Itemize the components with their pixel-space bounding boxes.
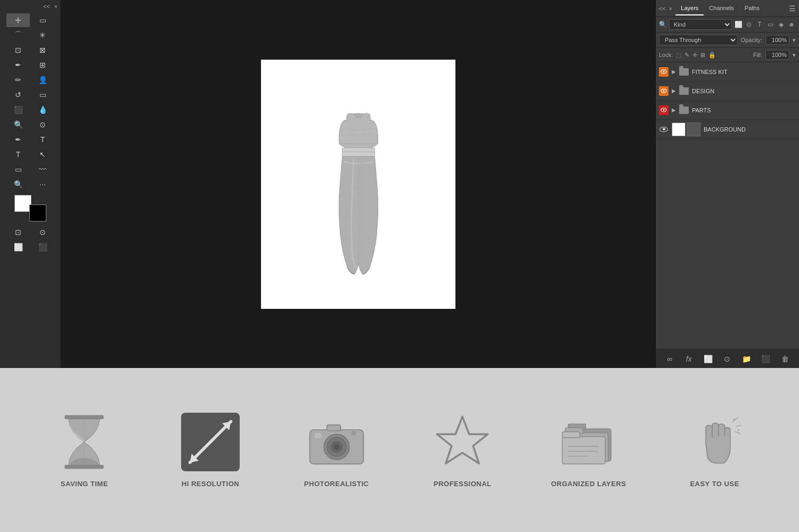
toolbar-header: << × [1, 2, 60, 11]
panel-menu-icon[interactable]: ☰ [789, 4, 796, 13]
fill-input[interactable] [765, 50, 789, 60]
arrows-icon [181, 413, 240, 471]
feature-easy-to-use: EASY TO USE [667, 413, 763, 488]
layer-design[interactable]: ▶ DESIGN [656, 81, 799, 101]
hand-icon [686, 413, 744, 471]
layer-visibility-fitness-kit[interactable] [659, 67, 668, 77]
hi-resolution-box [181, 413, 240, 471]
link-layers-icon[interactable]: ∞ [664, 353, 675, 365]
zoom-tool[interactable]: 🔍 [6, 177, 30, 191]
svg-rect-9 [65, 415, 104, 419]
eye-icon-orange-fitness-kit[interactable] [659, 67, 668, 77]
layer-fitness-kit[interactable]: ▶ FITNESS KIT [656, 62, 799, 81]
lock-all-icon[interactable]: 🔒 [708, 52, 716, 59]
text-tool-2[interactable]: T [6, 148, 30, 161]
pen-tool[interactable]: ✒ [6, 133, 30, 146]
eye-icon-orange-design[interactable] [659, 86, 668, 96]
lock-position-icon[interactable]: ✛ [692, 52, 697, 59]
panel-collapse-btn[interactable]: << [659, 5, 666, 12]
filter-smartobj-icon[interactable]: ◈ [777, 20, 785, 29]
tab-channels[interactable]: Channels [704, 2, 739, 15]
filter-pixel-icon[interactable]: ⬜ [734, 20, 743, 29]
lasso-tool[interactable]: ⌒ [6, 28, 30, 42]
opacity-input[interactable] [765, 35, 789, 45]
svg-point-4 [663, 71, 665, 72]
eye-icon-background[interactable] [659, 127, 668, 132]
fx-icon[interactable]: fx [683, 353, 695, 365]
tool-row-3: ⊡ ⊠ [1, 43, 60, 57]
filter-type-icon[interactable]: T [755, 20, 764, 29]
lock-artboard-icon[interactable]: ⊞ [700, 52, 705, 59]
quick-mask-btn[interactable]: ⊙ [31, 225, 54, 239]
filter-toggle-icon[interactable]: ● [787, 20, 796, 29]
tool-row-9: ✒ T [1, 133, 60, 146]
standard-screen-btn[interactable]: ⬜ [6, 240, 30, 254]
group-icon[interactable]: 📁 [741, 353, 753, 365]
color-swatch[interactable] [14, 195, 46, 222]
brush-tool[interactable]: ✏ [6, 73, 30, 87]
layer-visibility-background[interactable] [659, 125, 668, 134]
ruler-tool[interactable]: ⊞ [31, 58, 54, 72]
filter-shape-icon[interactable]: ▭ [766, 20, 774, 29]
layer-chevron-design[interactable]: ▶ [672, 88, 676, 94]
hand-icon-wrap [686, 413, 744, 471]
fill-chevron[interactable]: ▾ [793, 52, 796, 59]
toolbar-collapse-btn[interactable]: << [43, 3, 50, 10]
toolbar-close-btn[interactable]: × [54, 3, 58, 10]
lock-pixels-icon[interactable]: ✎ [684, 52, 689, 59]
tab-layers[interactable]: Layers [675, 2, 704, 15]
layer-parts[interactable]: ▶ PARTS [656, 101, 799, 120]
blend-mode-select[interactable]: Pass Through [659, 35, 738, 45]
layer-folder-parts [679, 107, 689, 114]
rectangle-tool[interactable]: ▭ [6, 162, 30, 176]
filter-kind-select[interactable]: Kind [669, 19, 732, 30]
screen-mode-btn[interactable]: ⊡ [6, 225, 30, 239]
path-select-tool[interactable]: ↖ [31, 148, 54, 161]
blur-tool[interactable]: ⊙ [31, 118, 54, 132]
layer-chevron-parts[interactable]: ▶ [672, 107, 676, 113]
tab-paths[interactable]: Paths [739, 2, 765, 15]
layer-visibility-design[interactable] [659, 86, 668, 96]
stamp-tool[interactable]: 👤 [31, 73, 54, 87]
full-screen-btn[interactable]: ⬛ [31, 240, 54, 254]
panel-header: << × Layers Channels Paths ☰ [656, 0, 799, 17]
layer-name-design: DESIGN [692, 88, 796, 94]
feature-hi-resolution: HI RESOLUTION [162, 413, 258, 488]
paint-bucket-tool[interactable]: 💧 [31, 103, 54, 117]
feature-organized-layers-label: ORGANIZED LAYERS [551, 480, 626, 488]
magic-wand-tool[interactable]: ✳ [31, 28, 54, 42]
panel-close-btn[interactable]: × [669, 5, 672, 12]
warp-tool[interactable]: 〰 [31, 162, 54, 176]
eye-icon-red-parts[interactable] [659, 105, 668, 115]
gradient-tool[interactable]: ⬛ [6, 103, 30, 117]
delete-layer-icon[interactable]: 🗑 [779, 353, 791, 365]
adjustment-icon[interactable]: ⊙ [721, 353, 733, 365]
eye-svg [661, 108, 667, 112]
background-color[interactable] [29, 204, 46, 222]
slice-tool[interactable]: ⊠ [31, 43, 54, 57]
eraser-tool[interactable]: ▭ [31, 88, 54, 102]
lock-transparent-icon[interactable]: ⬚ [676, 52, 681, 59]
svg-point-23 [351, 430, 356, 435]
dodge-tool[interactable]: 🔍 [6, 118, 30, 132]
move-tool[interactable]: ✛ [6, 13, 30, 27]
new-layer-icon[interactable]: ⬛ [760, 353, 772, 365]
text-tool[interactable]: T [31, 133, 54, 146]
tool-row-12: 🔍 ··· [1, 177, 60, 191]
history-brush-tool[interactable]: ↺ [6, 88, 30, 102]
crop-tool[interactable]: ⊡ [6, 43, 30, 57]
marquee-tool[interactable]: ▭ [31, 13, 54, 27]
lock-label: Lock: [659, 52, 673, 58]
layer-chevron-fitness-kit[interactable]: ▶ [672, 69, 676, 75]
feature-saving-time-label: SAVING TIME [61, 480, 108, 488]
layer-background[interactable]: BACKGROUND [656, 120, 799, 139]
opacity-chevron[interactable]: ▾ [793, 37, 796, 44]
canvas-area [61, 0, 655, 368]
opacity-label: Opacity: [741, 37, 762, 43]
svg-rect-30 [562, 431, 580, 437]
filter-adjustment-icon[interactable]: ⊙ [745, 20, 753, 29]
mask-icon[interactable]: ⬜ [702, 353, 714, 365]
layer-visibility-parts[interactable] [659, 105, 668, 115]
extra-tools[interactable]: ··· [31, 177, 54, 191]
eyedropper-tool[interactable]: ✒ [6, 58, 30, 72]
